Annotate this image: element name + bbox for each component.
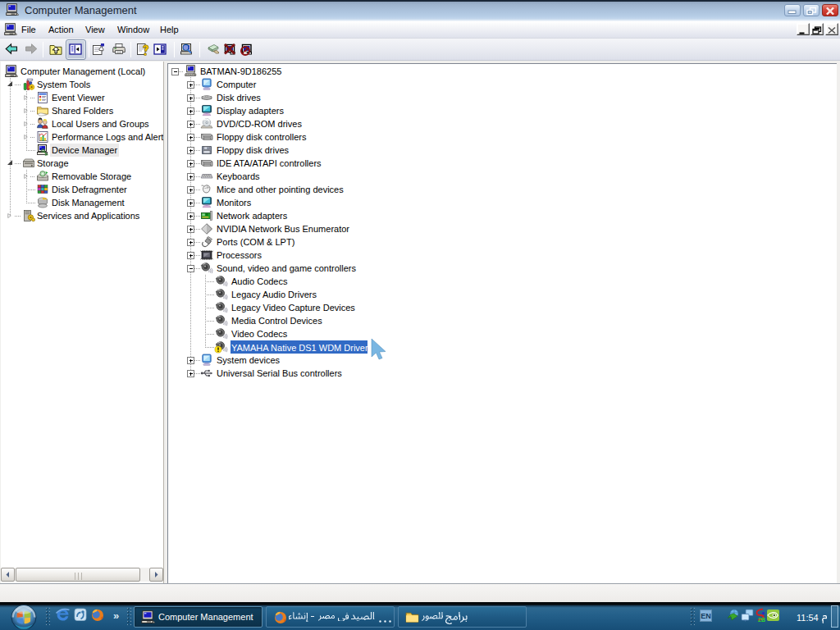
- svg-text:2B: 2B: [758, 617, 765, 623]
